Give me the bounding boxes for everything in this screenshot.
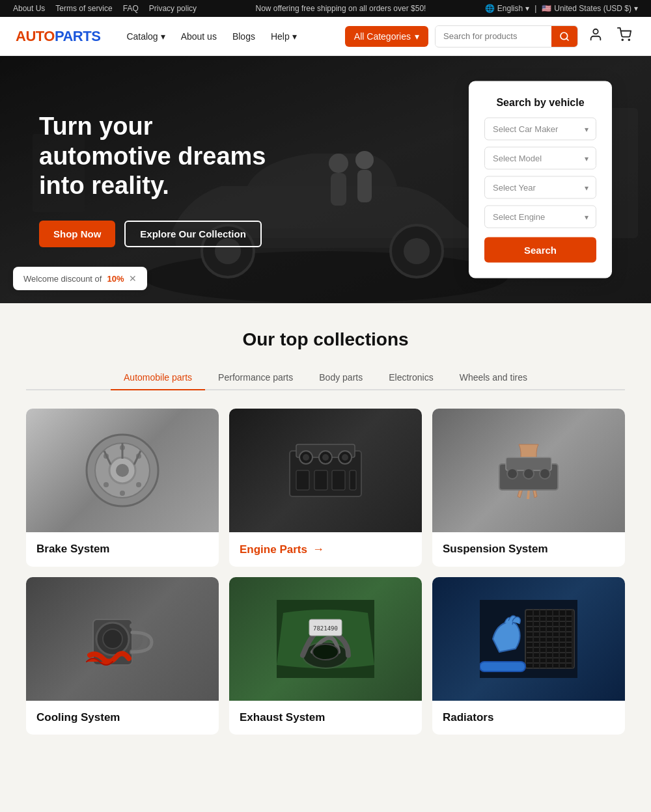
nav-help[interactable]: Help ▾ xyxy=(264,27,303,46)
tab-wheels-tires[interactable]: Wheels and tires xyxy=(447,366,540,390)
top-bar-right: 🌐 English ▾ | 🇺🇸 United States (USD $) ▾ xyxy=(485,4,638,13)
chevron-down-icon: ▾ xyxy=(161,31,165,42)
search-button[interactable] xyxy=(551,26,577,47)
site-header: AUTOPARTS Catalog ▾ About us Blogs Help … xyxy=(0,17,651,56)
language-selector[interactable]: 🌐 English ▾ xyxy=(485,4,529,13)
privacy-link[interactable]: Privacy policy xyxy=(149,4,197,13)
exhaust-card-body: Exhaust System xyxy=(229,701,422,735)
model-select[interactable]: Select Model xyxy=(484,147,596,170)
product-card-radiators[interactable]: Radiators xyxy=(432,577,625,735)
terms-link[interactable]: Terms of service xyxy=(55,4,112,13)
engine-parts-image xyxy=(229,409,422,532)
search-bar xyxy=(435,25,578,47)
nav-about[interactable]: About us xyxy=(174,27,223,46)
cooling-image xyxy=(26,577,219,701)
product-card-suspension[interactable]: Suspension System xyxy=(432,409,625,567)
about-us-link[interactable]: About Us xyxy=(13,4,45,13)
suspension-illustration xyxy=(486,431,571,509)
brake-card-title: Brake System xyxy=(36,543,208,556)
cooling-card-title: Cooling System xyxy=(36,711,208,724)
top-bar-links: About Us Terms of service FAQ Privacy po… xyxy=(13,4,197,13)
brake-system-image xyxy=(26,409,219,532)
nav-blogs[interactable]: Blogs xyxy=(226,27,262,46)
svg-point-48 xyxy=(507,468,518,479)
arrow-right-icon: → xyxy=(312,543,324,556)
account-button[interactable] xyxy=(585,23,607,49)
main-nav: Catalog ▾ About us Blogs Help ▾ xyxy=(120,27,303,46)
svg-point-49 xyxy=(523,468,534,479)
nav-catalog[interactable]: Catalog ▾ xyxy=(120,27,171,46)
product-card-brake[interactable]: Brake System xyxy=(26,409,219,567)
collections-section: Our top collections Automobile parts Per… xyxy=(26,303,625,735)
cooling-illustration xyxy=(80,600,165,678)
engine-select[interactable]: Select Engine xyxy=(484,206,596,228)
svg-point-4 xyxy=(628,39,630,40)
svg-rect-45 xyxy=(350,470,356,490)
svg-point-50 xyxy=(540,468,550,479)
product-card-engine[interactable]: Engine Parts → xyxy=(229,409,422,567)
svg-rect-42 xyxy=(296,470,309,490)
svg-point-40 xyxy=(322,454,329,461)
region-separator: | xyxy=(534,4,536,13)
svg-point-41 xyxy=(342,454,348,461)
explore-collection-button[interactable]: Explore Our Collection xyxy=(124,221,262,247)
cart-button[interactable] xyxy=(613,23,635,49)
svg-rect-44 xyxy=(332,470,345,490)
top-bar: About Us Terms of service FAQ Privacy po… xyxy=(0,0,651,17)
region-selector[interactable]: 🇺🇸 United States (USD $) ▾ xyxy=(542,4,638,13)
close-banner-button[interactable]: ✕ xyxy=(129,273,137,284)
svg-rect-43 xyxy=(314,470,327,490)
announcement-banner: Now offering free shipping on all orders… xyxy=(255,4,426,13)
suspension-card-body: Suspension System xyxy=(432,532,625,566)
chevron-down-icon: ▾ xyxy=(292,31,297,42)
search-icon xyxy=(559,31,570,42)
engine-card-body: Engine Parts → xyxy=(229,532,422,567)
year-select[interactable]: Select Year xyxy=(484,176,596,199)
chevron-down-icon: ▾ xyxy=(415,31,419,42)
faq-link[interactable]: FAQ xyxy=(123,4,139,13)
tab-body-parts[interactable]: Body parts xyxy=(306,366,376,390)
svg-point-24 xyxy=(116,464,129,477)
svg-line-1 xyxy=(566,38,568,40)
svg-point-3 xyxy=(622,39,623,40)
year-wrapper: Select Year xyxy=(484,176,596,199)
engine-illustration xyxy=(277,431,374,509)
user-icon xyxy=(589,27,603,42)
vehicle-search-button[interactable]: Search xyxy=(484,237,596,263)
car-maker-select[interactable]: Select Car Maker xyxy=(484,118,596,141)
shop-now-button[interactable]: Shop Now xyxy=(39,221,115,247)
vehicle-search-title: Search by vehicle xyxy=(484,97,596,109)
svg-point-28 xyxy=(120,491,125,496)
welcome-text: Welcome discount of xyxy=(23,274,102,284)
product-card-exhaust[interactable]: 7821490 Exhaust System xyxy=(229,577,422,735)
main-content: Our top collections Automobile parts Per… xyxy=(0,303,651,761)
logo-auto: AUTO xyxy=(16,28,55,44)
search-input[interactable] xyxy=(436,26,551,46)
product-card-cooling[interactable]: Cooling System xyxy=(26,577,219,735)
engine-wrapper: Select Engine xyxy=(484,206,596,228)
collections-title: Our top collections xyxy=(26,329,625,350)
tab-performance-parts[interactable]: Performance parts xyxy=(205,366,306,390)
radiators-image xyxy=(432,577,625,701)
svg-point-27 xyxy=(136,482,141,487)
svg-point-53 xyxy=(103,629,122,649)
discount-percentage: 10% xyxy=(107,274,124,284)
site-logo[interactable]: AUTOPARTS xyxy=(16,28,100,45)
exhaust-card-title: Exhaust System xyxy=(240,711,411,724)
vehicle-search-card: Search by vehicle Select Car Maker Selec… xyxy=(469,81,612,278)
model-wrapper: Select Model xyxy=(484,147,596,170)
cart-icon xyxy=(617,27,631,42)
hero-title: Turn your automotive dreams into reality… xyxy=(39,112,286,201)
brake-card-body: Brake System xyxy=(26,532,219,566)
svg-point-56 xyxy=(312,644,339,660)
tab-automobile-parts[interactable]: Automobile parts xyxy=(111,366,205,390)
tab-electronics[interactable]: Electronics xyxy=(376,366,446,390)
car-maker-wrapper: Select Car Maker xyxy=(484,118,596,141)
all-categories-button[interactable]: All Categories ▾ xyxy=(345,26,428,47)
radiators-card-title: Radiators xyxy=(443,711,615,724)
engine-card-title: Engine Parts → xyxy=(240,543,411,556)
radiators-card-body: Radiators xyxy=(432,701,625,735)
exhaust-illustration: 7821490 xyxy=(277,600,374,678)
svg-text:7821490: 7821490 xyxy=(313,625,338,632)
welcome-discount-banner: Welcome discount of 10% ✕ xyxy=(13,267,147,290)
